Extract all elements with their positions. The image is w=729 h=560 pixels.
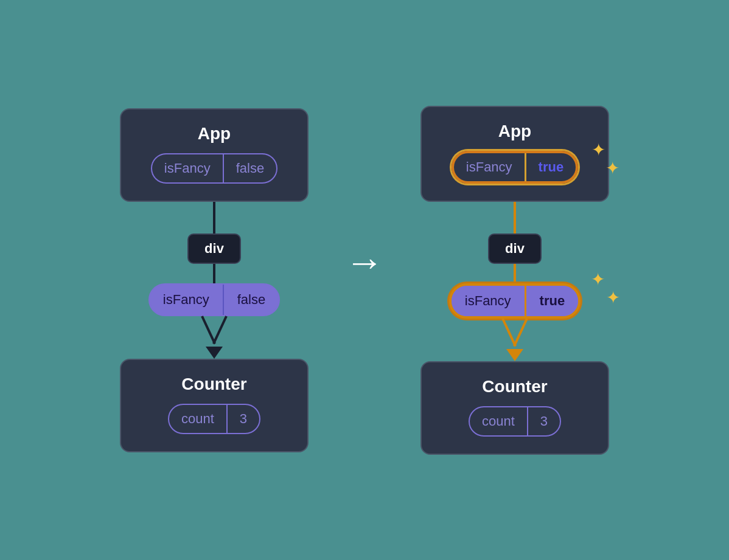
right-div-label: div [505,241,525,256]
left-arrow-connector [184,316,245,359]
right-counter-title: Counter [482,377,547,396]
left-app-box: App isFancy false [120,108,309,202]
right-arrow-down [506,349,523,361]
right-prop-container: isFancy true ✦ ✦ [449,283,581,319]
sparkle-prop-1: ✦ [591,271,605,288]
right-prop-pill: isFancy true [449,283,581,319]
left-arrow-down [206,347,223,359]
left-div-label: div [204,241,224,256]
right-connector-app-div [514,202,516,233]
right-app-state-container: isFancy true ✦ ✦ [452,151,578,184]
left-prop-key: isFancy [150,285,224,315]
center-arrow: → [345,243,384,282]
left-app-state-pill: isFancy false [151,153,277,184]
right-prop-value: true [526,286,579,316]
right-diagram: App isFancy true ✦ ✦ div isFancy [420,106,609,455]
left-count-pill: count 3 [168,404,260,434]
left-arrow-right [212,316,228,344]
right-app-title: App [498,122,531,141]
left-app-state-key: isFancy [152,154,224,182]
right-arrow-right [513,318,528,347]
left-connector-app-div [213,202,215,233]
main-container: App isFancy false div isFancy false Cou [0,81,729,479]
right-count-key: count [470,407,528,435]
right-app-box: App isFancy true ✦ ✦ [420,106,609,202]
right-app-state-value: true [526,153,576,181]
left-counter-box: Counter count 3 [120,359,309,452]
left-app-title: App [198,124,231,143]
right-prop-key: isFancy [452,286,526,316]
right-count-pill: count 3 [469,406,561,437]
right-counter-box: Counter count 3 [420,361,609,455]
right-connector-div-prop [514,264,516,283]
sparkle-prop-2: ✦ [606,289,620,306]
right-arrow-connector [484,319,545,361]
left-count-value: 3 [228,405,259,433]
left-counter-title: Counter [181,375,246,394]
left-prop-value: false [224,285,279,315]
right-div-box: div [488,233,542,264]
left-count-key: count [169,405,228,433]
left-app-state-value: false [224,154,276,182]
left-diagram: App isFancy false div isFancy false Cou [120,108,309,452]
right-app-state-key: isFancy [454,153,526,181]
sparkle-app-2: ✦ [605,160,619,177]
arrow-symbol: → [345,243,384,282]
sparkle-app-1: ✦ [591,142,605,159]
left-prop-pill: isFancy false [148,283,280,316]
right-count-value: 3 [528,407,560,435]
left-div-box: div [187,233,241,264]
right-app-state-pill: isFancy true [452,151,578,184]
left-connector-div-prop [213,264,215,283]
